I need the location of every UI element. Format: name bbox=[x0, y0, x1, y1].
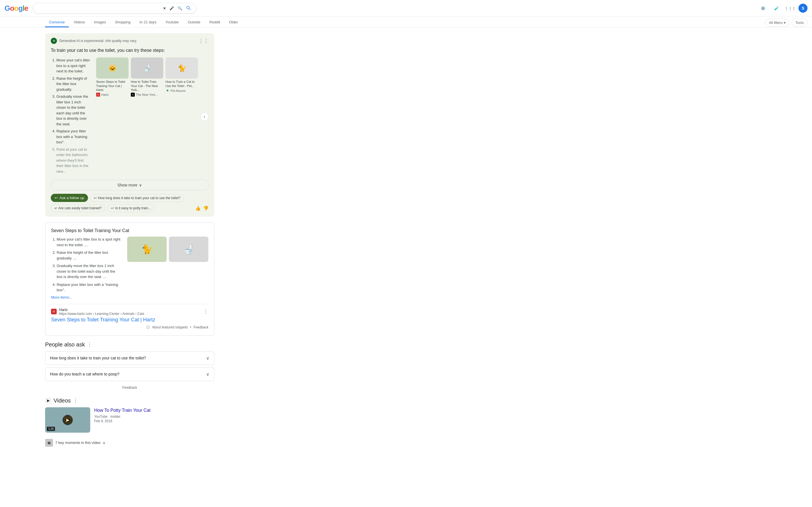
ai-image-thumb-2: 🚽 bbox=[131, 57, 163, 78]
apps-button[interactable]: ⋮⋮⋮ bbox=[785, 3, 795, 13]
key-moments[interactable]: 🎬 7 key moments in this video ∨ bbox=[45, 437, 214, 448]
ai-image-source-3: ✚ Pet Assure bbox=[165, 89, 198, 93]
snippet-footer-dot: • bbox=[190, 325, 191, 329]
filter-tab-videos[interactable]: Videos bbox=[70, 18, 89, 27]
paa-item-2[interactable]: How do you teach a cat where to poop? ∨ bbox=[45, 367, 214, 381]
snippet-step-3: Gradually move the litter box 1 inch clo… bbox=[57, 263, 121, 280]
key-moments-icon: 🎬 bbox=[45, 439, 53, 447]
ai-step-3: Gradually move the litter box 1 inch clo… bbox=[56, 94, 92, 127]
user-avatar[interactable]: S bbox=[799, 4, 808, 13]
ai-header-left: ✦ Generative AI is experimental. Info qu… bbox=[51, 38, 137, 44]
video-info-1: How To Potty Train Your Cat YouTube · In… bbox=[94, 407, 214, 433]
labs-button[interactable]: 🧪 bbox=[771, 3, 781, 13]
snippet-img-placeholder-2: 🚽 bbox=[169, 237, 208, 262]
ai-image-caption-2: How to Toilet-Train Your Cat - The New Y… bbox=[131, 80, 163, 92]
more-items-link[interactable]: More items... bbox=[51, 295, 121, 299]
filter-tab-older[interactable]: Older bbox=[225, 18, 242, 27]
filter-tab-images[interactable]: Images bbox=[90, 18, 110, 27]
youtube-tab-label: Youtube bbox=[165, 20, 179, 24]
videos-header: ▶ Videos ⋮ bbox=[45, 397, 214, 404]
snippet-images: 🐈 🚽 bbox=[127, 237, 208, 299]
followup-chip-arrow-3: ↩ bbox=[111, 206, 114, 210]
followup-chip-2[interactable]: ↩ Are cats easily toilet trained? bbox=[51, 204, 105, 212]
search-submit-button[interactable] bbox=[185, 5, 192, 11]
followup-chip-label-1: How long does it take to train your cat … bbox=[98, 196, 180, 200]
ai-image-card-2[interactable]: 🚽 How to Toilet-Train Your Cat - The New… bbox=[131, 57, 163, 176]
all-filters-label: All filters ▾ bbox=[769, 20, 786, 25]
ai-image-card-3[interactable]: 🐈 How to Train a Cat to Use the Toilet -… bbox=[165, 57, 198, 176]
images-tab-label: Images bbox=[94, 20, 106, 24]
snippet-source-menu-button[interactable]: ⋮ bbox=[203, 308, 208, 315]
snippet-footer: ⓘ About featured snippets • Feedback bbox=[51, 325, 208, 330]
ai-step-5: Point at your cat to enter the bathroom,… bbox=[56, 147, 92, 174]
snippet-feedback-link[interactable]: Feedback bbox=[193, 325, 208, 329]
paa-menu-button[interactable]: ⋮ bbox=[87, 341, 92, 348]
header: G o o g l e how to train your cat to use… bbox=[0, 0, 812, 17]
ai-menu-button[interactable]: ⋮⋮ bbox=[199, 38, 209, 44]
video-card-1: 🐱 ▶ 1:26 How To Potty Train Your Cat You… bbox=[45, 407, 214, 433]
lens-search-button[interactable]: 🔍 bbox=[177, 6, 183, 11]
filter-tab-youtube[interactable]: Youtube bbox=[161, 18, 183, 27]
main-content: ✦ Generative AI is experimental. Info qu… bbox=[0, 27, 395, 460]
snippet-steps: Move your cat's litter box to a spot rig… bbox=[51, 237, 121, 299]
ai-step-2: Raise the height of the litter box gradu… bbox=[56, 76, 92, 93]
about-featured-snippets-link[interactable]: About featured snippets bbox=[152, 325, 188, 329]
thumbs-up-button[interactable]: 👍 bbox=[195, 206, 201, 211]
video-title-1[interactable]: How To Potty Train Your Cat bbox=[94, 408, 151, 413]
snippet-source-link[interactable]: Seven Steps to Toilet Training Your Cat … bbox=[51, 317, 208, 323]
tools-button[interactable]: Tools bbox=[792, 18, 808, 27]
followup-chip-1[interactable]: ↩ How long does it take to train your ca… bbox=[90, 194, 184, 202]
video-play-button-1[interactable]: ▶ bbox=[63, 415, 73, 425]
filter-tab-outside[interactable]: Outside bbox=[184, 18, 204, 27]
snippet-image-1[interactable]: 🐈 bbox=[127, 237, 167, 262]
paa-chevron-1: ∨ bbox=[206, 355, 209, 361]
older-tab-label: Older bbox=[229, 20, 238, 24]
thumbs-bar: 👍 👎 bbox=[195, 206, 209, 211]
featured-snippet: Seven Steps to Toilet Training Your Cat … bbox=[45, 222, 214, 336]
snippet-source: H Hartz https://www.hartz.com › Learning… bbox=[51, 304, 208, 316]
followup-chip-label-2: Are cats easily toilet trained? bbox=[58, 206, 101, 210]
video-thumbnail-1[interactable]: 🐱 ▶ 1:26 bbox=[45, 407, 90, 433]
ai-image-card-1[interactable]: 🐱 Seven Steps to Toilet Training Your Ca… bbox=[96, 57, 129, 176]
show-more-button[interactable]: Show more ∨ bbox=[51, 180, 209, 190]
clear-search-button[interactable]: ✕ bbox=[162, 6, 167, 11]
all-filters-button[interactable]: All filters ▾ bbox=[765, 18, 790, 27]
show-more-label: Show more bbox=[117, 183, 138, 187]
snippet-title: Seven Steps to Toilet Training Your Cat bbox=[51, 228, 208, 233]
paa-feedback[interactable]: Feedback bbox=[45, 383, 214, 392]
filter-tab-shopping[interactable]: Shopping bbox=[111, 18, 135, 27]
cat-placeholder-1: 🐱 bbox=[96, 57, 129, 78]
search-input[interactable]: how to train your cat to use the toilet bbox=[37, 6, 160, 11]
videos-tab-label: Videos bbox=[74, 20, 85, 24]
voice-search-button[interactable]: 🎤 bbox=[169, 6, 175, 11]
ai-images-next-button[interactable]: › bbox=[200, 112, 209, 121]
followup-bar: ↩ Ask a follow up ↩ How long does it tak… bbox=[51, 194, 209, 212]
converse-tab-label: Converse bbox=[49, 20, 65, 24]
google-logo[interactable]: G o o g l e bbox=[4, 4, 28, 13]
ask-followup-button[interactable]: ↩ Ask a follow up bbox=[51, 194, 88, 202]
paa-item-1[interactable]: How long does it take to train your cat … bbox=[45, 351, 214, 365]
filter-tab-reddit[interactable]: Reddit bbox=[206, 18, 224, 27]
ai-image-thumb-3: 🐈 bbox=[165, 57, 198, 78]
paa-header: People also ask ⋮ bbox=[45, 341, 214, 348]
nyt-source-name: The New York... bbox=[136, 93, 158, 96]
videos-section: ▶ Videos ⋮ 🐱 ▶ 1:26 How To Potty Train Y… bbox=[45, 397, 214, 448]
snippet-image-2[interactable]: 🚽 bbox=[169, 237, 208, 262]
header-right: ⚙️ 🧪 ⋮⋮⋮ S bbox=[758, 3, 808, 13]
videos-menu-button[interactable]: ⋮ bbox=[73, 397, 78, 404]
snippet-source-url: https://www.hartz.com › Learning-Center … bbox=[59, 312, 201, 316]
ai-images: 🐱 Seven Steps to Toilet Training Your Ca… bbox=[96, 57, 209, 176]
followup-chip-3[interactable]: ↩ Is it easy to potty train... bbox=[107, 204, 154, 212]
snippet-img-placeholder-1: 🐈 bbox=[127, 237, 167, 262]
filter-tab-in21days[interactable]: In 21 days bbox=[136, 18, 160, 27]
paa-question-1: How long does it take to train your cat … bbox=[50, 356, 146, 360]
ai-content: Move your cat's litter box to a spot rig… bbox=[51, 57, 209, 176]
cat-placeholder-2: 🚽 bbox=[131, 57, 163, 78]
thumbs-down-button[interactable]: 👎 bbox=[203, 206, 209, 211]
filter-tab-converse[interactable]: Converse bbox=[45, 18, 69, 27]
settings-button[interactable]: ⚙️ bbox=[758, 3, 768, 13]
ai-step-1: Move your cat's litter box to a spot rig… bbox=[56, 57, 92, 74]
snippet-source-name: Hartz bbox=[59, 307, 201, 312]
ai-gem-icon: ✦ bbox=[51, 38, 57, 44]
videos-title: Videos bbox=[54, 397, 71, 404]
